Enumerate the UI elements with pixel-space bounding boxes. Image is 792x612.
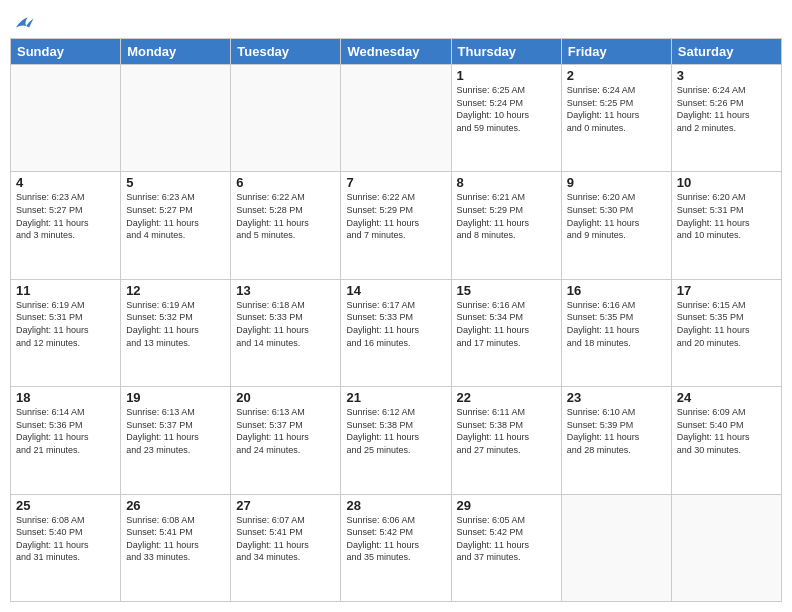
day-info: Sunrise: 6:10 AM Sunset: 5:39 PM Dayligh… bbox=[567, 406, 666, 456]
calendar-table: SundayMondayTuesdayWednesdayThursdayFrid… bbox=[10, 38, 782, 602]
day-number: 16 bbox=[567, 283, 666, 298]
day-number: 9 bbox=[567, 175, 666, 190]
day-info: Sunrise: 6:21 AM Sunset: 5:29 PM Dayligh… bbox=[457, 191, 556, 241]
weekday-header-wednesday: Wednesday bbox=[341, 39, 451, 65]
week-row-4: 18Sunrise: 6:14 AM Sunset: 5:36 PM Dayli… bbox=[11, 387, 782, 494]
day-info: Sunrise: 6:23 AM Sunset: 5:27 PM Dayligh… bbox=[16, 191, 115, 241]
day-info: Sunrise: 6:08 AM Sunset: 5:40 PM Dayligh… bbox=[16, 514, 115, 564]
day-number: 20 bbox=[236, 390, 335, 405]
calendar-cell: 18Sunrise: 6:14 AM Sunset: 5:36 PM Dayli… bbox=[11, 387, 121, 494]
calendar-cell: 28Sunrise: 6:06 AM Sunset: 5:42 PM Dayli… bbox=[341, 494, 451, 601]
day-number: 11 bbox=[16, 283, 115, 298]
calendar-cell: 26Sunrise: 6:08 AM Sunset: 5:41 PM Dayli… bbox=[121, 494, 231, 601]
day-number: 8 bbox=[457, 175, 556, 190]
calendar-cell: 1Sunrise: 6:25 AM Sunset: 5:24 PM Daylig… bbox=[451, 65, 561, 172]
day-number: 21 bbox=[346, 390, 445, 405]
day-info: Sunrise: 6:17 AM Sunset: 5:33 PM Dayligh… bbox=[346, 299, 445, 349]
weekday-header-tuesday: Tuesday bbox=[231, 39, 341, 65]
calendar-cell: 8Sunrise: 6:21 AM Sunset: 5:29 PM Daylig… bbox=[451, 172, 561, 279]
calendar-cell: 9Sunrise: 6:20 AM Sunset: 5:30 PM Daylig… bbox=[561, 172, 671, 279]
day-number: 26 bbox=[126, 498, 225, 513]
calendar-cell bbox=[11, 65, 121, 172]
page: SundayMondayTuesdayWednesdayThursdayFrid… bbox=[0, 0, 792, 612]
day-info: Sunrise: 6:23 AM Sunset: 5:27 PM Dayligh… bbox=[126, 191, 225, 241]
calendar-cell: 2Sunrise: 6:24 AM Sunset: 5:25 PM Daylig… bbox=[561, 65, 671, 172]
weekday-header-row: SundayMondayTuesdayWednesdayThursdayFrid… bbox=[11, 39, 782, 65]
calendar-cell: 21Sunrise: 6:12 AM Sunset: 5:38 PM Dayli… bbox=[341, 387, 451, 494]
day-info: Sunrise: 6:08 AM Sunset: 5:41 PM Dayligh… bbox=[126, 514, 225, 564]
calendar-cell: 6Sunrise: 6:22 AM Sunset: 5:28 PM Daylig… bbox=[231, 172, 341, 279]
day-number: 3 bbox=[677, 68, 776, 83]
calendar-cell bbox=[121, 65, 231, 172]
day-info: Sunrise: 6:11 AM Sunset: 5:38 PM Dayligh… bbox=[457, 406, 556, 456]
day-number: 18 bbox=[16, 390, 115, 405]
day-info: Sunrise: 6:19 AM Sunset: 5:31 PM Dayligh… bbox=[16, 299, 115, 349]
logo-bird-icon bbox=[13, 14, 35, 32]
day-number: 10 bbox=[677, 175, 776, 190]
calendar-cell: 14Sunrise: 6:17 AM Sunset: 5:33 PM Dayli… bbox=[341, 279, 451, 386]
day-number: 23 bbox=[567, 390, 666, 405]
day-info: Sunrise: 6:16 AM Sunset: 5:34 PM Dayligh… bbox=[457, 299, 556, 349]
day-info: Sunrise: 6:13 AM Sunset: 5:37 PM Dayligh… bbox=[126, 406, 225, 456]
day-info: Sunrise: 6:14 AM Sunset: 5:36 PM Dayligh… bbox=[16, 406, 115, 456]
day-info: Sunrise: 6:12 AM Sunset: 5:38 PM Dayligh… bbox=[346, 406, 445, 456]
calendar-cell: 22Sunrise: 6:11 AM Sunset: 5:38 PM Dayli… bbox=[451, 387, 561, 494]
weekday-header-monday: Monday bbox=[121, 39, 231, 65]
calendar-cell bbox=[341, 65, 451, 172]
calendar-cell: 13Sunrise: 6:18 AM Sunset: 5:33 PM Dayli… bbox=[231, 279, 341, 386]
header bbox=[10, 10, 782, 32]
weekday-header-thursday: Thursday bbox=[451, 39, 561, 65]
weekday-header-friday: Friday bbox=[561, 39, 671, 65]
calendar-cell: 3Sunrise: 6:24 AM Sunset: 5:26 PM Daylig… bbox=[671, 65, 781, 172]
day-info: Sunrise: 6:05 AM Sunset: 5:42 PM Dayligh… bbox=[457, 514, 556, 564]
week-row-1: 1Sunrise: 6:25 AM Sunset: 5:24 PM Daylig… bbox=[11, 65, 782, 172]
day-number: 12 bbox=[126, 283, 225, 298]
day-number: 27 bbox=[236, 498, 335, 513]
day-info: Sunrise: 6:06 AM Sunset: 5:42 PM Dayligh… bbox=[346, 514, 445, 564]
calendar-cell: 19Sunrise: 6:13 AM Sunset: 5:37 PM Dayli… bbox=[121, 387, 231, 494]
calendar-cell: 7Sunrise: 6:22 AM Sunset: 5:29 PM Daylig… bbox=[341, 172, 451, 279]
week-row-5: 25Sunrise: 6:08 AM Sunset: 5:40 PM Dayli… bbox=[11, 494, 782, 601]
day-info: Sunrise: 6:22 AM Sunset: 5:28 PM Dayligh… bbox=[236, 191, 335, 241]
day-number: 28 bbox=[346, 498, 445, 513]
day-number: 24 bbox=[677, 390, 776, 405]
calendar-cell: 10Sunrise: 6:20 AM Sunset: 5:31 PM Dayli… bbox=[671, 172, 781, 279]
week-row-3: 11Sunrise: 6:19 AM Sunset: 5:31 PM Dayli… bbox=[11, 279, 782, 386]
calendar-cell: 16Sunrise: 6:16 AM Sunset: 5:35 PM Dayli… bbox=[561, 279, 671, 386]
weekday-header-saturday: Saturday bbox=[671, 39, 781, 65]
day-number: 14 bbox=[346, 283, 445, 298]
day-info: Sunrise: 6:25 AM Sunset: 5:24 PM Dayligh… bbox=[457, 84, 556, 134]
day-number: 17 bbox=[677, 283, 776, 298]
day-number: 25 bbox=[16, 498, 115, 513]
day-number: 29 bbox=[457, 498, 556, 513]
calendar-cell: 11Sunrise: 6:19 AM Sunset: 5:31 PM Dayli… bbox=[11, 279, 121, 386]
logo bbox=[10, 10, 35, 32]
day-number: 7 bbox=[346, 175, 445, 190]
day-info: Sunrise: 6:20 AM Sunset: 5:30 PM Dayligh… bbox=[567, 191, 666, 241]
day-number: 5 bbox=[126, 175, 225, 190]
day-info: Sunrise: 6:24 AM Sunset: 5:25 PM Dayligh… bbox=[567, 84, 666, 134]
day-info: Sunrise: 6:19 AM Sunset: 5:32 PM Dayligh… bbox=[126, 299, 225, 349]
day-number: 2 bbox=[567, 68, 666, 83]
day-number: 4 bbox=[16, 175, 115, 190]
calendar-cell: 20Sunrise: 6:13 AM Sunset: 5:37 PM Dayli… bbox=[231, 387, 341, 494]
calendar-cell bbox=[231, 65, 341, 172]
day-info: Sunrise: 6:09 AM Sunset: 5:40 PM Dayligh… bbox=[677, 406, 776, 456]
calendar-cell bbox=[671, 494, 781, 601]
calendar-cell: 29Sunrise: 6:05 AM Sunset: 5:42 PM Dayli… bbox=[451, 494, 561, 601]
day-info: Sunrise: 6:07 AM Sunset: 5:41 PM Dayligh… bbox=[236, 514, 335, 564]
day-info: Sunrise: 6:18 AM Sunset: 5:33 PM Dayligh… bbox=[236, 299, 335, 349]
calendar-cell: 24Sunrise: 6:09 AM Sunset: 5:40 PM Dayli… bbox=[671, 387, 781, 494]
calendar-cell: 25Sunrise: 6:08 AM Sunset: 5:40 PM Dayli… bbox=[11, 494, 121, 601]
day-info: Sunrise: 6:15 AM Sunset: 5:35 PM Dayligh… bbox=[677, 299, 776, 349]
day-info: Sunrise: 6:22 AM Sunset: 5:29 PM Dayligh… bbox=[346, 191, 445, 241]
calendar-cell: 15Sunrise: 6:16 AM Sunset: 5:34 PM Dayli… bbox=[451, 279, 561, 386]
day-number: 19 bbox=[126, 390, 225, 405]
day-number: 22 bbox=[457, 390, 556, 405]
calendar-cell: 17Sunrise: 6:15 AM Sunset: 5:35 PM Dayli… bbox=[671, 279, 781, 386]
calendar-cell: 23Sunrise: 6:10 AM Sunset: 5:39 PM Dayli… bbox=[561, 387, 671, 494]
day-number: 6 bbox=[236, 175, 335, 190]
day-info: Sunrise: 6:13 AM Sunset: 5:37 PM Dayligh… bbox=[236, 406, 335, 456]
day-number: 1 bbox=[457, 68, 556, 83]
day-info: Sunrise: 6:16 AM Sunset: 5:35 PM Dayligh… bbox=[567, 299, 666, 349]
